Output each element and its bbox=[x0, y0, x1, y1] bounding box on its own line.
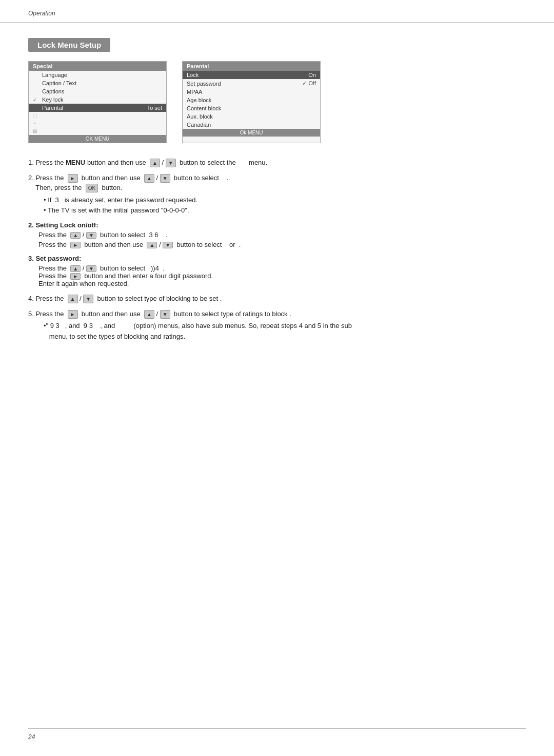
button-icon: ▼ bbox=[86, 265, 96, 272]
item-value: To set bbox=[147, 105, 162, 111]
main-content: Lock Menu Setup Special Language Caption… bbox=[0, 23, 554, 363]
step-text: Press the ▲ / ▼ button to select 3 6 . bbox=[38, 231, 526, 239]
instruction-step-4: 4. Press the ▲ / ▼ button to select type… bbox=[28, 294, 526, 304]
step-text2: Press the ► button and then enter a four… bbox=[38, 272, 526, 280]
instructions-section: 1. Press the MENU button and then use ▲ … bbox=[28, 158, 526, 342]
instruction-lock-onoff: 2. Setting Lock on/off: Press the ▲ / ▼ … bbox=[28, 221, 526, 248]
item-label: Captions bbox=[42, 88, 162, 94]
instruction-step-1: 1. Press the MENU button and then use ▲ … bbox=[28, 158, 526, 168]
button-icon: ▲ bbox=[150, 159, 160, 167]
page-container: Operation Lock Menu Setup Special Langua… bbox=[0, 0, 554, 756]
button-icon: ▲ bbox=[70, 265, 81, 272]
bullet-item: • The TV is set with the initial passwor… bbox=[44, 205, 526, 216]
button-icon: ▲ bbox=[144, 310, 154, 319]
list-item-setpassword: Set password ✓ Off bbox=[183, 79, 320, 88]
button-icon: ▲ bbox=[70, 232, 81, 239]
button-icon: ▼ bbox=[160, 310, 170, 319]
bullet-group: • If 3 is already set, enter the passwor… bbox=[44, 195, 526, 217]
page-footer: 24 bbox=[28, 728, 526, 741]
item-label: Language bbox=[42, 72, 162, 78]
button-icon: ▼ bbox=[160, 174, 170, 183]
button-icon: ▲ bbox=[68, 295, 78, 303]
button-icon: ► bbox=[68, 174, 78, 183]
list-item: Captions bbox=[29, 87, 166, 95]
item-label: Caption / Text bbox=[42, 80, 162, 86]
item-value: ✓ Off bbox=[302, 80, 316, 87]
section-title: Lock Menu Setup bbox=[28, 38, 110, 52]
left-menu-panel: Special Language Caption / Text Captions… bbox=[28, 61, 167, 143]
right-menu-header: Parental bbox=[183, 62, 320, 71]
right-menu-footer: Ok MENU bbox=[183, 129, 320, 137]
grid-icon: ⊞ bbox=[33, 128, 39, 134]
item-label: Content block bbox=[187, 105, 316, 111]
list-item-highlighted: Parental To set bbox=[29, 104, 166, 112]
list-item-mpaa: MPAA bbox=[183, 88, 320, 96]
list-item-canadian: Canadian bbox=[183, 121, 320, 129]
button-icon: ▲ bbox=[144, 174, 154, 183]
page-number: 24 bbox=[28, 733, 35, 741]
bold-menu: MENU bbox=[66, 159, 85, 166]
item-label: Age block bbox=[187, 97, 316, 103]
button-icon: ► bbox=[70, 273, 81, 280]
wave-icon: ~ bbox=[33, 121, 39, 126]
list-item-contentblock: Content block bbox=[183, 104, 320, 112]
item-label: Set password bbox=[187, 81, 299, 87]
left-menu-footer: OK MENU bbox=[29, 135, 166, 143]
button-icon: ▲ bbox=[147, 242, 157, 248]
item-label: Lock bbox=[187, 72, 305, 78]
step-text2: Press the ► button and then use ▲ / ▼ bu… bbox=[38, 241, 526, 248]
button-icon: ► bbox=[68, 310, 78, 319]
button-icon: ► bbox=[70, 242, 81, 248]
bullet-group-5: •" 9 3 , and 9 3 , and (option) menus, a… bbox=[44, 321, 526, 342]
bullet-item: • If 3 is already set, enter the passwor… bbox=[44, 195, 526, 206]
instruction-set-password: 3. Set password: Press the ▲ / ▼ button … bbox=[28, 255, 526, 287]
list-item-lock: Lock On bbox=[183, 71, 320, 79]
button-icon: ▼ bbox=[163, 242, 173, 248]
button-icon: ▼ bbox=[166, 159, 176, 167]
step-text3: Enter it again when requested. bbox=[38, 280, 526, 287]
item-label: Parental bbox=[42, 105, 144, 111]
step-heading-lock: 2. Setting Lock on/off: bbox=[28, 221, 526, 229]
item-label: MPAA bbox=[187, 89, 316, 95]
menus-row: Special Language Caption / Text Captions… bbox=[28, 61, 526, 143]
item-label: Canadian bbox=[187, 122, 316, 128]
step-text: Press the ▲ / ▼ button to select ))4 . bbox=[38, 264, 526, 272]
item-value: On bbox=[308, 72, 316, 78]
button-icon: ▼ bbox=[83, 295, 93, 303]
button-icon: OK bbox=[86, 184, 98, 192]
list-item-ageblock: Age block bbox=[183, 96, 320, 104]
left-menu-header: Special bbox=[29, 62, 166, 71]
button-icon: ▼ bbox=[86, 232, 96, 239]
list-item: ✓ Key lock bbox=[29, 95, 166, 104]
edit-icon: ◌ bbox=[33, 113, 39, 119]
list-item: ~ bbox=[29, 120, 166, 127]
header-section: Operation bbox=[0, 0, 554, 23]
instruction-step-2: 2. Press the ► button and then use ▲ / ▼… bbox=[28, 173, 526, 217]
header-label: Operation bbox=[28, 10, 55, 17]
instruction-step-5: 5. Press the ► button and then use ▲ / ▼… bbox=[28, 309, 526, 342]
list-item-auxblock: Aux. block bbox=[183, 112, 320, 121]
list-item: Caption / Text bbox=[29, 79, 166, 87]
step-heading-password: 3. Set password: bbox=[28, 255, 526, 262]
checkmark-icon: ✓ bbox=[33, 97, 39, 103]
list-item: ◌ bbox=[29, 112, 166, 120]
item-label: Key lock bbox=[42, 96, 162, 103]
right-menu-panel: Parental Lock On Set password ✓ Off MPAA… bbox=[182, 61, 321, 143]
bullet-item-5: •" 9 3 , and 9 3 , and (option) menus, a… bbox=[44, 321, 526, 342]
item-label: Aux. block bbox=[187, 113, 316, 120]
list-item: ⊞ bbox=[29, 127, 166, 135]
list-item: Language bbox=[29, 71, 166, 79]
